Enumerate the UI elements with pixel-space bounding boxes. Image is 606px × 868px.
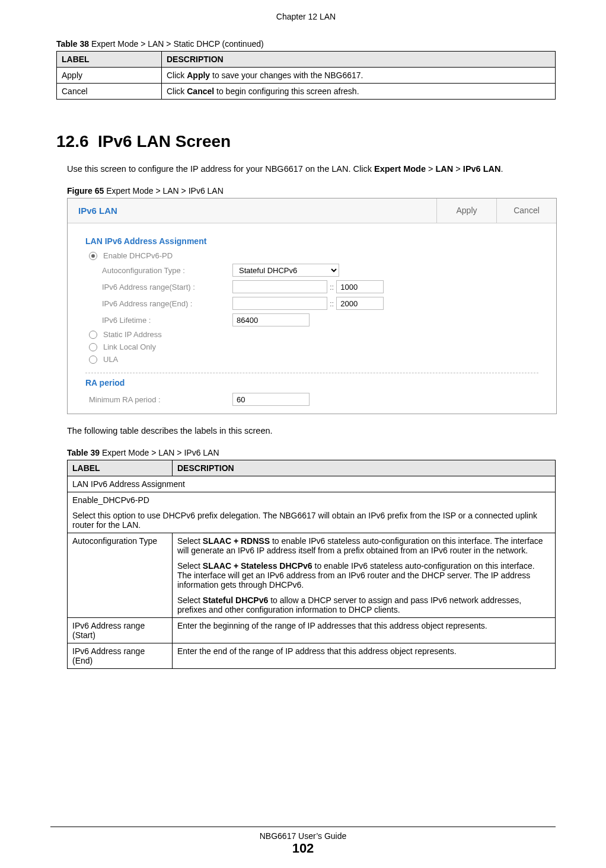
ipv6-range-end-prefix[interactable] [232, 297, 327, 310]
divider [85, 373, 538, 373]
after-panel-text: The following table describes the labels… [67, 425, 556, 437]
min-ra-period-input[interactable] [232, 393, 310, 406]
figure-caption: Figure 65 Expert Mode > LAN > IPv6 LAN [67, 186, 556, 196]
table38-head-label: LABEL [57, 52, 162, 68]
ipv6-lifetime-row: IPv6 Lifetime : [85, 312, 538, 328]
table38-caption: Table 38 Expert Mode > LAN > Static DHCP… [56, 39, 556, 49]
field-label: Autoconfiguration Type : [102, 266, 232, 275]
radio-ula[interactable]: ULA [85, 353, 538, 366]
table39-head-label: LABEL [68, 460, 173, 476]
table39: LABEL DESCRIPTION LAN IPv6 Address Assig… [67, 460, 556, 669]
table39-autoconf-label: Autoconfiguration Type [68, 533, 173, 618]
table39-span1: LAN IPv6 Address Assignment [68, 476, 556, 492]
table-row: Enable_DHCPv6-PD Select this option to u… [68, 492, 556, 533]
table39-range-start-label: IPv6 Address range (Start) [68, 618, 173, 643]
apply-button[interactable]: Apply [436, 198, 496, 223]
table38-caption-rest: Expert Mode > LAN > Static DHCP (continu… [89, 39, 264, 49]
table38-row0-desc: Click Apply to save your changes with th… [162, 68, 556, 84]
radio-enable-dhcpv6-pd[interactable]: Enable DHCPv6-PD [85, 249, 538, 262]
table-row: IPv6 Address range (Start) Enter the beg… [68, 618, 556, 643]
table39-range-start-desc: Enter the beginning of the range of IP a… [173, 618, 556, 643]
field-label: IPv6 Lifetime : [102, 316, 232, 325]
colon-separator: :: [330, 299, 334, 308]
panel-title: IPv6 LAN [68, 198, 128, 223]
footer-guide: NBG6617 User’s Guide [50, 831, 556, 841]
table38-caption-label: Table 38 [56, 39, 89, 49]
table38-row1-label: Cancel [57, 84, 162, 100]
radio-link-local-only[interactable]: Link Local Only [85, 341, 538, 353]
table-row: IPv6 Address range (End) Enter the end o… [68, 643, 556, 669]
radio-icon [89, 343, 97, 351]
table-row: Apply Click Apply to save your changes w… [57, 68, 556, 84]
table-row: LAN IPv6 Address Assignment [68, 476, 556, 492]
field-label: Minimum RA period : [89, 395, 232, 404]
colon-separator: :: [330, 283, 334, 292]
table38-head-desc: DESCRIPTION [162, 52, 556, 68]
radio-icon [89, 355, 97, 364]
field-label: IPv6 Address range(End) : [102, 299, 232, 308]
autoconfiguration-type-row: Autoconfiguration Type : Stateful DHCPv6 [85, 262, 538, 278]
table39-range-end-label: IPv6 Address range (End) [68, 643, 173, 669]
ipv6-range-start-suffix[interactable] [336, 280, 384, 293]
table-row: Autoconfiguration Type Select SLAAC + RD… [68, 533, 556, 618]
table39-autoconf-desc: Select SLAAC + RDNSS to enable IPv6 stat… [173, 533, 556, 618]
autoconfiguration-type-select[interactable]: Stateful DHCPv6 [232, 264, 339, 277]
field-label: IPv6 Address range(Start) : [102, 283, 232, 292]
table38: LABEL DESCRIPTION Apply Click Apply to s… [56, 51, 556, 100]
table39-span2: Enable_DHCPv6-PD Select this option to u… [68, 492, 556, 533]
radio-static-ip[interactable]: Static IP Address [85, 328, 538, 341]
table39-range-end-desc: Enter the end of the range of IP address… [173, 643, 556, 669]
panel-section-title: LAN IPv6 Address Assignment [85, 236, 538, 246]
cancel-button[interactable]: Cancel [496, 198, 556, 223]
footer-rule [50, 827, 556, 827]
ipv6-range-start-prefix[interactable] [232, 280, 327, 293]
table38-row1-desc: Click Cancel to begin configuring this s… [162, 84, 556, 100]
radio-icon [89, 331, 97, 339]
min-ra-period-row: Minimum RA period : [85, 391, 538, 408]
chapter-header: Chapter 12 LAN [56, 12, 556, 21]
ipv6-lifetime-input[interactable] [232, 313, 310, 326]
table38-row0-label: Apply [57, 68, 162, 84]
table39-head-desc: DESCRIPTION [173, 460, 556, 476]
panel-section-title: RA period [85, 378, 538, 387]
ipv6-lan-panel: IPv6 LAN Apply Cancel LAN IPv6 Address A… [67, 198, 557, 414]
table-row: Cancel Click Cancel to begin configuring… [57, 84, 556, 100]
section-intro: Use this screen to configure the IP addr… [67, 163, 556, 175]
footer-page-number: 102 [50, 841, 556, 856]
radio-icon [89, 252, 97, 260]
ipv6-range-start-row: IPv6 Address range(Start) : :: [85, 278, 538, 295]
table39-caption: Table 39 Expert Mode > LAN > IPv6 LAN [67, 448, 556, 457]
section-heading: 12.6 IPv6 LAN Screen [56, 132, 556, 151]
ipv6-range-end-row: IPv6 Address range(End) : :: [85, 295, 538, 312]
ipv6-range-end-suffix[interactable] [336, 297, 384, 310]
